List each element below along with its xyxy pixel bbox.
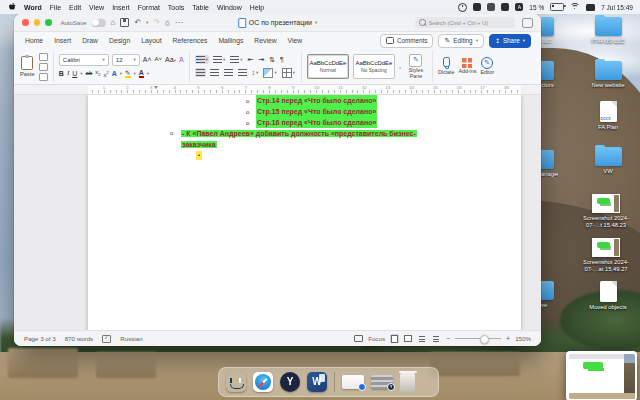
- cursor-bullet[interactable]: •: [196, 151, 202, 160]
- ribbon-tab[interactable]: Review: [253, 35, 277, 46]
- yandex-browser-dock-icon[interactable]: Y: [280, 372, 300, 392]
- menubar-item[interactable]: Format: [138, 4, 160, 11]
- ribbon-tab[interactable]: Insert: [53, 35, 72, 46]
- editing-mode-button[interactable]: ✎ Editing ▾: [438, 34, 483, 48]
- comments-button[interactable]: Comments: [380, 34, 433, 48]
- text-effects-caret-icon[interactable]: ▾: [120, 71, 122, 76]
- align-center-button[interactable]: [209, 68, 220, 77]
- sort-button[interactable]: ⇅: [268, 55, 276, 65]
- tracked-change-text[interactable]: Стр.14 перед «Что было сделано»: [256, 95, 377, 106]
- show-paragraph-marks-button[interactable]: ¶: [279, 55, 285, 65]
- bullet-item-level1[interactable]: o - К «Павел Андреев» добавить должность…: [170, 128, 426, 150]
- justify-button[interactable]: [237, 68, 248, 77]
- ruler[interactable]: 123456789101112131415161718: [14, 85, 541, 95]
- shrink-font-button[interactable]: A˅: [155, 55, 163, 64]
- menubar-clock[interactable]: 7 Jul 15:49: [601, 4, 633, 11]
- desktop-icon-file[interactable]: DOCX FA Plan: [582, 101, 634, 131]
- ribbon-tab[interactable]: Layout: [140, 35, 162, 46]
- print-layout-view-button[interactable]: [390, 334, 399, 343]
- desktop-icon-screenshot[interactable]: Screenshot 2024-07-…t 15.48.23: [580, 194, 632, 228]
- dictate-button[interactable]: Dictate: [438, 57, 455, 76]
- bullets-button[interactable]: ▾: [195, 55, 209, 64]
- desktop-icon-folder[interactable]: New website: [582, 61, 634, 89]
- font-color-caret-icon[interactable]: ▾: [147, 71, 149, 76]
- ribbon-tab[interactable]: Draw: [81, 35, 99, 46]
- close-button[interactable]: [22, 19, 29, 26]
- menubar-status-icon[interactable]: [473, 3, 481, 11]
- subscript-button[interactable]: x2: [95, 68, 100, 79]
- document-title[interactable]: ОС по презентации ▾: [238, 18, 318, 28]
- word-count[interactable]: 870 words: [65, 335, 94, 342]
- style-no-spacing[interactable]: AaBbCcDdEe No Spacing: [353, 54, 395, 79]
- list-item[interactable]: o Стр.15 перед «Что было сделано»: [246, 106, 377, 117]
- bullet-list-level2[interactable]: o Стр.14 перед «Что было сделано» o Стр.…: [246, 95, 377, 128]
- battery-icon[interactable]: [550, 3, 564, 11]
- font-name-select[interactable]: Calibri ▾: [59, 54, 109, 66]
- cut-icon[interactable]: [39, 53, 48, 61]
- bold-button[interactable]: B: [59, 69, 64, 78]
- font-color-button[interactable]: A: [139, 69, 144, 78]
- underline-button[interactable]: U: [72, 69, 77, 78]
- clock-icon[interactable]: [458, 3, 467, 12]
- desktop-icon-folder[interactable]: IT-H US LLC: [582, 17, 634, 45]
- indent-marker[interactable]: [154, 86, 158, 91]
- multilevel-list-button[interactable]: ▾: [229, 55, 243, 64]
- web-layout-view-button[interactable]: [404, 334, 413, 343]
- editor-button[interactable]: ✎ Editor: [480, 57, 494, 76]
- grow-font-button[interactable]: A˄: [143, 55, 152, 64]
- menubar-item[interactable]: Insert: [112, 4, 130, 11]
- search-input[interactable]: Search (Cmd + Ctrl + U): [415, 17, 515, 28]
- print-icon[interactable]: ⎙: [165, 18, 170, 28]
- ribbon-tab[interactable]: References: [172, 35, 209, 46]
- tracked-change-text[interactable]: Стр.16 перед «Что было сделано»: [256, 117, 377, 128]
- proofing-icon[interactable]: [102, 335, 111, 343]
- ribbon-tab[interactable]: View: [287, 35, 304, 46]
- align-left-button[interactable]: [195, 68, 206, 77]
- shading-button[interactable]: ▾: [262, 67, 277, 79]
- desktop-icon-partial[interactable]: ve: [541, 281, 558, 308]
- font-size-select[interactable]: 12 ▾: [112, 54, 140, 66]
- format-painter-icon[interactable]: [39, 73, 48, 81]
- window-share-icon[interactable]: [522, 18, 533, 28]
- minimized-document-dock-icon[interactable]: [342, 375, 364, 389]
- screenshot-preview-thumbnail[interactable]: [566, 351, 637, 400]
- menubar-item[interactable]: File: [50, 4, 61, 11]
- tracked-change-text[interactable]: Стр.15 перед «Что было сделано»: [256, 106, 377, 117]
- line-spacing-button[interactable]: ↕▾: [251, 68, 260, 78]
- borders-button[interactable]: ▾: [281, 67, 296, 79]
- underline-caret-icon[interactable]: ▾: [80, 71, 82, 76]
- desktop-icon-file[interactable]: Moved objects: [582, 281, 634, 311]
- ribbon-tab[interactable]: Mailings: [217, 35, 244, 46]
- highlight-color-button[interactable]: ✎: [125, 69, 130, 78]
- finder-dock-icon[interactable]: [226, 372, 246, 392]
- align-right-button[interactable]: [223, 68, 234, 77]
- highlight-caret-icon[interactable]: ▾: [134, 71, 136, 76]
- copy-icon[interactable]: [39, 63, 48, 71]
- desktop-icon-partial[interactable]: anager: [541, 150, 558, 177]
- menubar-status-icon[interactable]: A: [515, 3, 523, 11]
- undo-icon[interactable]: ↶: [134, 18, 141, 28]
- save-icon[interactable]: [120, 18, 129, 27]
- zoom-out-icon[interactable]: −: [446, 335, 450, 342]
- list-item[interactable]: o Стр.14 перед «Что было сделано»: [246, 95, 377, 106]
- text-effects-button[interactable]: A: [112, 69, 117, 78]
- outline-view-button[interactable]: [418, 334, 427, 343]
- strikethrough-button[interactable]: ab: [86, 69, 93, 78]
- menubar-item[interactable]: View: [89, 4, 104, 11]
- apple-menu-icon[interactable]: [9, 3, 16, 11]
- change-case-button[interactable]: Aa▾: [165, 55, 176, 65]
- share-button[interactable]: ↥ Share ▾: [489, 34, 531, 48]
- keyboard-input-icon[interactable]: [586, 4, 595, 11]
- paste-button[interactable]: Paste: [20, 56, 35, 77]
- desktop-icon-partial[interactable]: LLC: [541, 17, 558, 44]
- menubar-item[interactable]: Table: [192, 4, 209, 11]
- tracked-change-text[interactable]: - К «Павел Андреев» добавить должность «…: [181, 128, 426, 150]
- numbering-button[interactable]: ▾: [212, 55, 226, 64]
- zoom-percentage[interactable]: 150%: [515, 335, 531, 342]
- trash-dock-icon[interactable]: [400, 373, 415, 392]
- document-page[interactable]: o Стр.14 перед «Что было сделано» o Стр.…: [88, 95, 521, 330]
- more-icon[interactable]: ⋯: [175, 18, 183, 28]
- italic-button[interactable]: I: [67, 69, 69, 78]
- home-icon[interactable]: ⌂: [111, 18, 116, 28]
- minimize-button[interactable]: [34, 19, 41, 26]
